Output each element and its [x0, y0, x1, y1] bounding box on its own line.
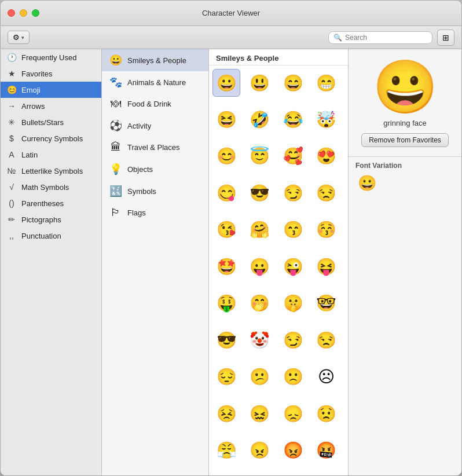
remove-from-favorites-button[interactable]: Remove from Favorites [361, 133, 449, 147]
emoji-cell[interactable]: 😂 [279, 105, 307, 133]
emoji-cell[interactable]: 🤬 [313, 437, 340, 464]
emoji-cell[interactable]: 🤡 [246, 326, 274, 354]
emoji-cell[interactable]: 😘 [212, 216, 240, 244]
emoji-cell[interactable]: 🤫 [279, 290, 307, 317]
emoji-cell[interactable]: 😖 [246, 400, 274, 427]
sidebar-label-arrows: Arrows [21, 102, 45, 111]
middle-icon-symbols: 🔣 [109, 185, 123, 197]
sidebar-label-latin: Latin [21, 151, 38, 159]
character-viewer-window: Character Viewer ⚙ ▾ 🔍 ⊞ 🕐 Frequently Us… [0, 0, 462, 476]
emoji-cell[interactable]: 😎 [212, 326, 240, 354]
emoji-cell[interactable]: 😔 [212, 363, 240, 391]
emoji-cell[interactable]: 🤯 [313, 105, 340, 133]
emoji-cell[interactable]: 🙁 [279, 363, 307, 391]
search-input[interactable] [345, 34, 427, 42]
emoji-cell[interactable]: 😀 [212, 69, 240, 97]
sidebar-item-latin[interactable]: A Latin [1, 147, 101, 163]
emoji-cell[interactable]: 🤑 [212, 290, 240, 317]
grid-view-button[interactable]: ⊞ [437, 30, 454, 46]
window-title: Character Viewer [202, 9, 260, 17]
sidebar-item-math-symbols[interactable]: √ Math Symbols [1, 179, 101, 195]
middle-item-smileys-people[interactable]: 😀 Smileys & People [102, 49, 208, 71]
sidebar-item-parentheses[interactable]: () Parentheses [1, 195, 101, 211]
middle-item-travel-places[interactable]: 🏛 Travel & Places [102, 137, 208, 158]
emoji-cell[interactable]: 🤭 [246, 290, 274, 317]
emoji-cell[interactable]: 😏 [279, 179, 307, 207]
emoji-cell[interactable]: 😍 [313, 142, 340, 170]
sidebar-item-frequently-used[interactable]: 🕐 Frequently Used [1, 49, 101, 65]
middle-item-food-drink[interactable]: 🍽 Food & Drink [102, 93, 208, 115]
emoji-cell[interactable]: 😄 [279, 69, 307, 97]
emoji-cell[interactable]: 😠 [246, 437, 274, 464]
sidebar-icon-currency-symbols: $ [6, 134, 17, 143]
emoji-cell[interactable]: 😋 [212, 179, 240, 207]
sidebar-label-punctuation: Punctuation [21, 232, 61, 240]
sidebar-item-bullets-stars[interactable]: ✳ Bullets/Stars [1, 114, 101, 130]
middle-label-smileys-people: Smileys & People [127, 56, 186, 65]
minimize-button[interactable] [20, 9, 27, 17]
emoji-cell[interactable]: 😟 [313, 400, 340, 427]
emoji-cell[interactable]: 😕 [246, 363, 274, 391]
search-box: 🔍 [328, 31, 432, 44]
emoji-cell[interactable]: 😃 [246, 69, 274, 97]
middle-item-activity[interactable]: ⚽ Activity [102, 115, 208, 137]
chevron-down-icon: ▾ [21, 35, 24, 41]
sidebar-icon-emoji: 😊 [6, 85, 17, 94]
middle-item-objects[interactable]: 💡 Objects [102, 158, 208, 180]
emoji-cell[interactable]: 😛 [246, 252, 274, 280]
sidebar-label-currency-symbols: Currency Symbols [21, 134, 83, 143]
middle-label-travel-places: Travel & Places [127, 143, 180, 152]
close-button[interactable] [8, 9, 15, 17]
emoji-cell[interactable]: 😙 [279, 216, 307, 244]
emoji-cell[interactable]: 😜 [279, 252, 307, 280]
middle-item-symbols[interactable]: 🔣 Symbols [102, 180, 208, 202]
sidebar-item-emoji[interactable]: 😊 Emoji [1, 82, 101, 98]
font-variation-emoji: 😀 [358, 174, 376, 192]
grid-icon: ⊞ [442, 33, 449, 42]
middle-icon-animals-nature: 🐾 [109, 76, 123, 89]
middle-label-flags: Flags [127, 208, 146, 217]
detail-name: grinning face [377, 119, 432, 127]
sidebar-icon-pictographs: ✏ [6, 215, 17, 224]
emoji-cell[interactable]: 😁 [313, 69, 340, 97]
emoji-cell[interactable]: 😇 [246, 142, 274, 170]
middle-label-animals-nature: Animals & Nature [127, 78, 186, 87]
sidebar-item-favorites[interactable]: ★ Favorites [1, 65, 101, 82]
detail-panel: 😀 grinning face Remove from Favorites Fo… [349, 49, 461, 475]
emoji-cell[interactable]: 😆 [212, 105, 240, 133]
sidebar-item-currency-symbols[interactable]: $ Currency Symbols [1, 130, 101, 147]
emoji-cell[interactable]: 🤗 [246, 216, 274, 244]
maximize-button[interactable] [32, 9, 39, 17]
emoji-cell[interactable]: ☹ [313, 363, 340, 391]
emoji-cell[interactable]: 😣 [212, 400, 240, 427]
emoji-cell[interactable]: 😊 [212, 142, 240, 170]
sidebar-item-punctuation[interactable]: ,, Punctuation [1, 228, 101, 244]
emoji-cell[interactable]: 😝 [313, 252, 340, 280]
middle-item-flags[interactable]: 🏳 Flags [102, 202, 208, 224]
emoji-cell[interactable]: 😎 [246, 179, 274, 207]
sidebar-icon-frequently-used: 🕐 [6, 53, 17, 62]
middle-icon-travel-places: 🏛 [109, 141, 123, 153]
emoji-grid: 😀😃😄😁😆🤣😂🤯😊😇🥰😍😋😎😏😒😘🤗😙😚🤩😛😜😝🤑🤭🤫🤓😎🤡😏😒😔😕🙁☹😣😖😞😟… [209, 65, 348, 475]
emoji-cell[interactable]: 😡 [279, 437, 307, 464]
middle-label-symbols: Symbols [127, 187, 156, 196]
sidebar-item-pictographs[interactable]: ✏ Pictographs [1, 211, 101, 228]
gear-button[interactable]: ⚙ ▾ [8, 31, 30, 44]
emoji-cell[interactable]: 😒 [313, 326, 340, 354]
emoji-grid-header: Smileys & People [209, 49, 348, 65]
sidebar-icon-latin: A [6, 150, 17, 159]
emoji-cell[interactable]: 😒 [313, 179, 340, 207]
sidebar-item-letterlike-symbols[interactable]: № Letterlike Symbols [1, 163, 101, 179]
sidebar-icon-letterlike-symbols: № [6, 166, 17, 175]
emoji-cell[interactable]: 😚 [313, 216, 340, 244]
emoji-cell[interactable]: 🤓 [313, 290, 340, 317]
emoji-cell[interactable]: 🤩 [212, 252, 240, 280]
emoji-cell[interactable]: 😤 [212, 437, 240, 464]
emoji-cell[interactable]: 🥰 [279, 142, 307, 170]
sidebar-item-arrows[interactable]: → Arrows [1, 98, 101, 114]
emoji-cell[interactable]: 🤣 [246, 105, 274, 133]
middle-item-animals-nature[interactable]: 🐾 Animals & Nature [102, 71, 208, 93]
emoji-cell[interactable]: 😏 [279, 326, 307, 354]
sidebar-label-math-symbols: Math Symbols [21, 183, 69, 192]
emoji-cell[interactable]: 😞 [279, 400, 307, 427]
